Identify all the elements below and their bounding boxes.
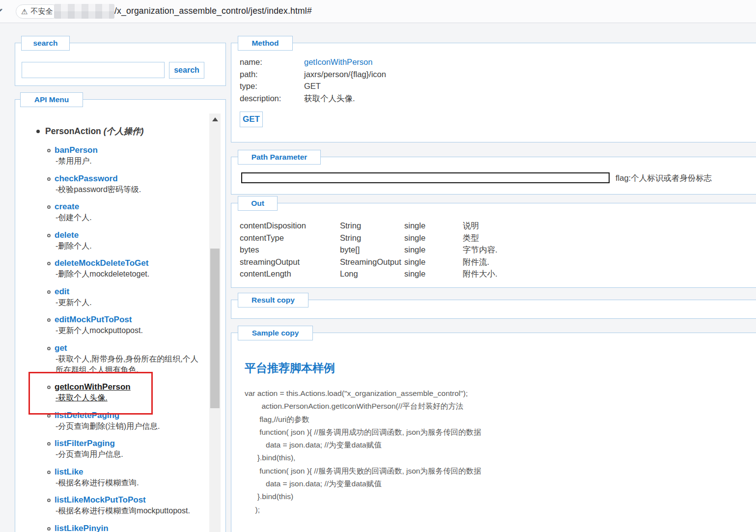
circle-bullet-icon	[47, 386, 51, 389]
scrollbar-up-button[interactable]	[209, 113, 221, 125]
api-link-create[interactable]: create	[55, 202, 79, 211]
path-parameter-hint: flag:个人标识或者身份标志	[616, 173, 712, 184]
out-field-name: contentType	[240, 232, 340, 244]
execute-get-button[interactable]: GET	[240, 112, 263, 127]
field-label: type:	[240, 80, 304, 92]
api-link-editMockPutToPost[interactable]: editMockPutToPost	[55, 315, 132, 324]
search-panel-legend: search	[21, 36, 70, 51]
api-menu-panel: API Menu PersonAction (个人操作) banPerson -…	[15, 99, 226, 532]
out-field-cardinality: single	[404, 268, 463, 280]
out-field-type: Long	[340, 268, 404, 280]
out-field-type: String	[340, 220, 404, 232]
api-link-deleteMockDeleteToGet[interactable]: deleteMockDeleteToGet	[55, 258, 148, 268]
menu-scrollbar[interactable]	[209, 113, 221, 532]
code-line: var action = this.Actions.load("x_organi…	[245, 387, 481, 400]
menu-item-listfilterpaging: listFilterPaging -分页查询用户信息.	[47, 438, 202, 460]
out-field-desc: 附件大小.	[463, 268, 738, 280]
menu-item-geticonwithperson-selected: getIconWithPerson -获取个人头像.	[47, 382, 202, 403]
site-security-badge[interactable]: ⚠ 不安全	[16, 4, 60, 19]
api-link-edit[interactable]: edit	[55, 287, 69, 296]
api-link-listDeletePaging[interactable]: listDeletePaging	[55, 411, 119, 420]
circle-bullet-icon	[47, 262, 51, 265]
path-parameter-flag-input[interactable]	[241, 172, 610, 183]
circle-bullet-icon	[47, 318, 51, 322]
out-field-name: contentDisposition	[240, 220, 340, 232]
api-link-checkPassword[interactable]: checkPassword	[55, 174, 118, 183]
api-desc: -根据名称进行模糊查询mockputtopost.	[47, 505, 202, 516]
code-line: function( json ){ //服务调用失败的回调函数, json为服务…	[245, 465, 481, 477]
table-row: streamingOutput StreamingOutput single 附…	[240, 256, 738, 268]
sample-script-title: 平台推荐脚本样例	[245, 361, 335, 376]
api-desc: -分页查询删除(注销)用户信息.	[47, 421, 202, 432]
api-link-listLikePinyin[interactable]: listLikePinyin	[55, 524, 109, 532]
warning-icon: ⚠	[21, 7, 28, 16]
field-label: name:	[240, 56, 304, 68]
method-row-name: name: getIconWithPerson	[240, 56, 386, 68]
method-panel-legend: Method	[238, 36, 293, 51]
circle-bullet-icon	[47, 499, 51, 502]
table-row: contentDisposition String single 说明	[240, 220, 738, 232]
out-field-name: contentLength	[240, 268, 340, 280]
circle-bullet-icon	[47, 290, 51, 294]
scrollbar-thumb[interactable]	[210, 249, 220, 408]
menu-item-banperson: banPerson -禁用用户.	[47, 145, 202, 167]
api-link-listLike[interactable]: listLike	[55, 467, 84, 476]
url-text[interactable]: /x_organization_assemble_control/jest/in…	[114, 6, 312, 16]
method-row-description: description: 获取个人头像.	[240, 92, 386, 105]
menu-item-listlikemockputtopost: listLikeMockPutToPost -根据名称进行模糊查询mockput…	[47, 495, 202, 516]
search-button[interactable]: search	[169, 62, 204, 79]
method-panel: Method name: getIconWithPerson path: jax…	[231, 43, 756, 142]
api-link-listFilterPaging[interactable]: listFilterPaging	[55, 439, 115, 448]
api-desc: -禁用用户.	[47, 156, 202, 167]
method-type-value: GET	[304, 80, 321, 92]
circle-bullet-icon	[47, 442, 51, 446]
search-input[interactable]	[22, 62, 165, 78]
api-link-listLikeMockPutToPost[interactable]: listLikeMockPutToPost	[55, 495, 146, 504]
bullet-icon	[36, 130, 40, 133]
browser-address-bar: ⟳ ⚠ 不安全 /x_organization_assemble_control…	[0, 0, 756, 23]
out-fields-table: contentDisposition String single 说明 cont…	[240, 220, 738, 280]
api-link-get[interactable]: get	[55, 343, 67, 353]
api-desc: -获取个人,附带身份,身份所在的组织,个人所在群组,个人拥有角色.	[47, 354, 202, 375]
menu-item-get: get -获取个人,附带身份,身份所在的组织,个人所在群组,个人拥有角色.	[47, 343, 202, 375]
method-name-link[interactable]: getIconWithPerson	[304, 56, 372, 68]
circle-bullet-icon	[47, 234, 51, 237]
api-link-delete[interactable]: delete	[55, 230, 79, 240]
menu-item-checkpassword: checkPassword -校验password密码等级.	[47, 173, 202, 195]
out-field-desc: 字节内容.	[463, 244, 738, 256]
api-desc: -创建个人.	[47, 212, 202, 223]
circle-bullet-icon	[47, 527, 51, 531]
scroll-up-arrow-icon	[212, 117, 218, 121]
field-label: path:	[240, 68, 304, 81]
circle-bullet-icon	[47, 149, 51, 152]
circle-bullet-icon	[47, 205, 51, 209]
code-line: data = json.data; //为变量data赋值	[245, 477, 481, 490]
sample-copy-panel: Sample copy 平台推荐脚本样例 var action = this.A…	[231, 333, 756, 532]
method-row-type: type: GET	[240, 80, 386, 92]
out-field-cardinality: single	[404, 244, 463, 256]
circle-bullet-icon	[47, 471, 51, 474]
circle-bullet-icon	[47, 177, 51, 181]
menu-item-deletemockdeletetoget: deleteMockDeleteToGet -删除个人mockdeletetog…	[47, 258, 202, 280]
code-line: }.bind(this),	[245, 451, 481, 464]
sample-code-block: var action = this.Actions.load("x_organi…	[245, 387, 481, 516]
out-field-type: String	[340, 232, 404, 244]
api-desc: -更新个人mockputtopost.	[47, 325, 202, 336]
api-link-getIconWithPerson[interactable]: getIconWithPerson	[55, 382, 131, 392]
reload-icon[interactable]: ⟳	[0, 4, 2, 17]
table-row: contentType String single 类型	[240, 232, 738, 244]
api-desc: -更新个人.	[47, 297, 202, 308]
path-parameter-legend: Path Parameter	[238, 150, 321, 165]
api-desc: -根据名称进行模糊查询.	[47, 477, 202, 488]
api-desc: -获取个人头像.	[47, 392, 202, 403]
api-menu-scroll-area: PersonAction (个人操作) banPerson -禁用用户. che…	[15, 100, 208, 532]
menu-item-create: create -创建个人.	[47, 201, 202, 223]
security-badge-label: 不安全	[30, 7, 53, 16]
code-line: flag,//uri的参数	[245, 413, 481, 426]
menu-group-personaction: PersonAction (个人操作)	[36, 125, 208, 137]
result-copy-legend: Result copy	[238, 293, 308, 308]
api-link-banPerson[interactable]: banPerson	[55, 145, 98, 155]
method-path-value: jaxrs/person/{flag}/icon	[304, 68, 386, 81]
api-desc: -删除个人.	[47, 241, 202, 252]
out-field-desc: 说明	[463, 220, 738, 232]
